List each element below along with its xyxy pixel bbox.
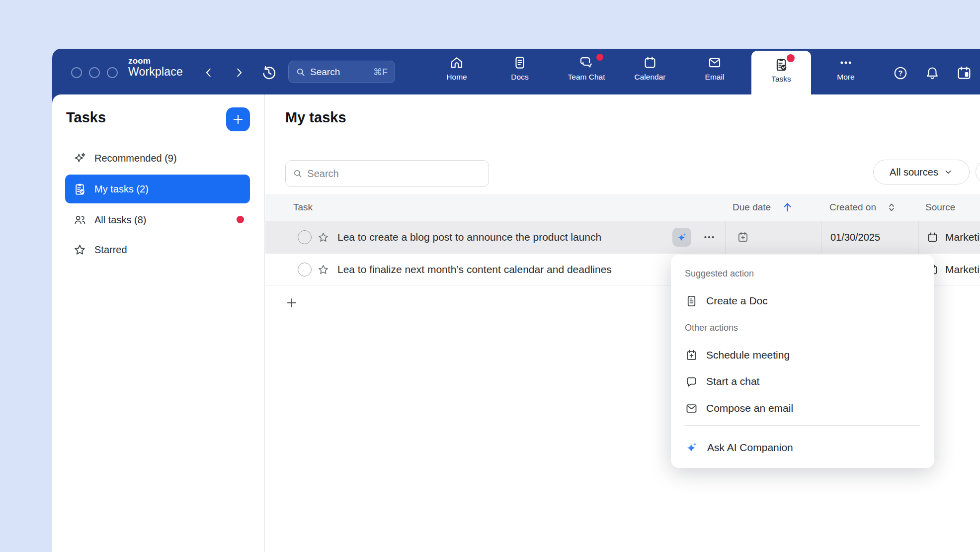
column-due-date[interactable]: Due date (733, 202, 771, 213)
plus-icon (232, 113, 245, 126)
add-task-inline-button[interactable] (285, 290, 305, 315)
nav-more-label: More (837, 73, 854, 82)
star-icon (317, 231, 329, 244)
search-shortcut-hint: ⌘F (373, 67, 388, 78)
clipped-filter-button[interactable] (976, 160, 980, 184)
window-close-button[interactable] (71, 67, 82, 78)
window-minimize-button[interactable] (89, 67, 100, 78)
star-task-button[interactable] (317, 264, 329, 276)
nav-email[interactable]: Email (687, 49, 742, 94)
task-search-input[interactable] (307, 168, 482, 180)
sidebar-item-all-tasks[interactable]: All tasks (8) (65, 206, 250, 234)
menu-item-label: Start a chat (706, 375, 759, 387)
sidebar-item-starred[interactable]: Starred (65, 236, 250, 264)
my-tasks-panel: My tasks All sources Task Due date Creat… (265, 94, 980, 552)
sources-filter-dropdown[interactable]: All sources (873, 160, 970, 184)
window-zoom-button[interactable] (107, 67, 118, 78)
history-icon (261, 65, 276, 80)
logo-workplace-text: Workplace (128, 66, 183, 78)
nav-docs[interactable]: Docs (492, 49, 548, 94)
help-button[interactable]: ? (892, 65, 909, 82)
menu-divider (685, 425, 920, 426)
add-due-date-button[interactable] (736, 231, 749, 244)
nav-team-chat[interactable]: Team Chat (559, 49, 614, 94)
team-chat-icon (578, 55, 594, 70)
people-icon (73, 213, 86, 227)
nav-docs-label: Docs (511, 73, 528, 82)
menu-item-start-chat[interactable]: Start a chat (685, 371, 920, 391)
sources-filter-value: All sources (890, 167, 938, 178)
app-window: zoom Workplace Search ⌘F Home (52, 49, 980, 552)
menu-item-label: Create a Doc (706, 295, 768, 307)
nav-team-chat-label: Team Chat (568, 73, 605, 82)
doc-icon (685, 294, 698, 308)
cell-divider (725, 221, 726, 254)
ai-sparkle-icon (676, 231, 688, 244)
docs-icon (512, 55, 527, 70)
source-value: Marketing (945, 231, 980, 243)
zoom-workplace-logo: zoom Workplace (128, 57, 183, 78)
column-task[interactable]: Task (293, 202, 313, 213)
star-icon (73, 243, 86, 257)
notifications-button[interactable] (924, 65, 941, 82)
task-search-field[interactable] (285, 160, 489, 187)
nav-calendar-label: Calendar (635, 73, 666, 82)
task-complete-checkbox[interactable] (298, 263, 312, 276)
calendar-panel-icon (956, 65, 972, 81)
menu-item-ask-ai-companion[interactable]: Ask AI Companion (685, 438, 920, 458)
task-title[interactable]: Lea to create a blog post to announce th… (337, 231, 601, 243)
chevron-right-icon (234, 67, 245, 78)
chevron-left-icon (203, 67, 214, 78)
source-value: Marketing (945, 264, 980, 276)
menu-item-schedule-meeting[interactable]: Schedule meeting (685, 345, 920, 365)
ellipsis-icon (702, 230, 716, 244)
my-tasks-icon (73, 183, 86, 196)
sort-ascending-icon[interactable] (781, 201, 794, 213)
task-more-actions-button[interactable] (702, 230, 716, 244)
ai-companion-action-button[interactable] (672, 228, 691, 247)
add-task-button[interactable] (226, 107, 250, 131)
tasks-sidebar: Tasks Recommended (9) My (52, 94, 265, 552)
table-header: Task Due date Created on Source (265, 194, 980, 221)
nav-calendar[interactable]: Calendar (622, 49, 678, 94)
plus-icon (285, 296, 298, 309)
column-source[interactable]: Source (925, 202, 955, 213)
nav-tasks-active-tab[interactable]: Tasks (751, 51, 811, 94)
task-title[interactable]: Lea to finalize next month’s content cal… (337, 264, 612, 276)
tasks-badge (787, 54, 795, 62)
calendar-plus-icon (736, 231, 749, 244)
sidebar-item-recommended[interactable]: Recommended (9) (65, 144, 250, 172)
nav-more[interactable]: More (818, 49, 874, 94)
forward-button[interactable] (230, 64, 248, 82)
nav-tasks-label: Tasks (771, 75, 791, 84)
search-icon (293, 168, 303, 179)
star-task-button[interactable] (317, 231, 329, 244)
menu-item-label: Compose an email (706, 402, 793, 414)
sort-both-icon[interactable] (886, 201, 898, 213)
schedule-panel-button[interactable] (956, 65, 973, 82)
menu-item-create-doc[interactable]: Create a Doc (685, 291, 920, 311)
sparkle-icon (73, 152, 86, 165)
all-tasks-badge (237, 216, 244, 223)
history-button[interactable] (260, 64, 278, 82)
help-icon: ? (893, 66, 908, 81)
cell-divider (821, 221, 822, 254)
created-on-value: 01/30/2025 (830, 232, 880, 243)
page-title: My tasks (285, 109, 346, 126)
sidebar-title: Tasks (66, 109, 106, 126)
home-icon (449, 55, 464, 70)
menu-item-label: Ask AI Companion (707, 442, 793, 454)
chevron-down-icon (943, 167, 953, 177)
task-complete-checkbox[interactable] (298, 230, 312, 244)
table-row[interactable]: Lea to create a blog post to announce th… (265, 221, 980, 254)
top-bar: zoom Workplace Search ⌘F Home (52, 49, 980, 94)
nav-home[interactable]: Home (429, 49, 485, 94)
global-search-input[interactable]: Search ⌘F (288, 61, 395, 83)
back-button[interactable] (200, 64, 218, 82)
sidebar-item-label: My tasks (2) (94, 184, 149, 195)
chat-bubble-icon (685, 375, 698, 388)
menu-item-compose-email[interactable]: Compose an email (685, 398, 920, 418)
column-created-on[interactable]: Created on (829, 202, 876, 213)
sidebar-item-label: All tasks (8) (94, 214, 146, 226)
sidebar-item-my-tasks[interactable]: My tasks (2) (65, 175, 250, 203)
